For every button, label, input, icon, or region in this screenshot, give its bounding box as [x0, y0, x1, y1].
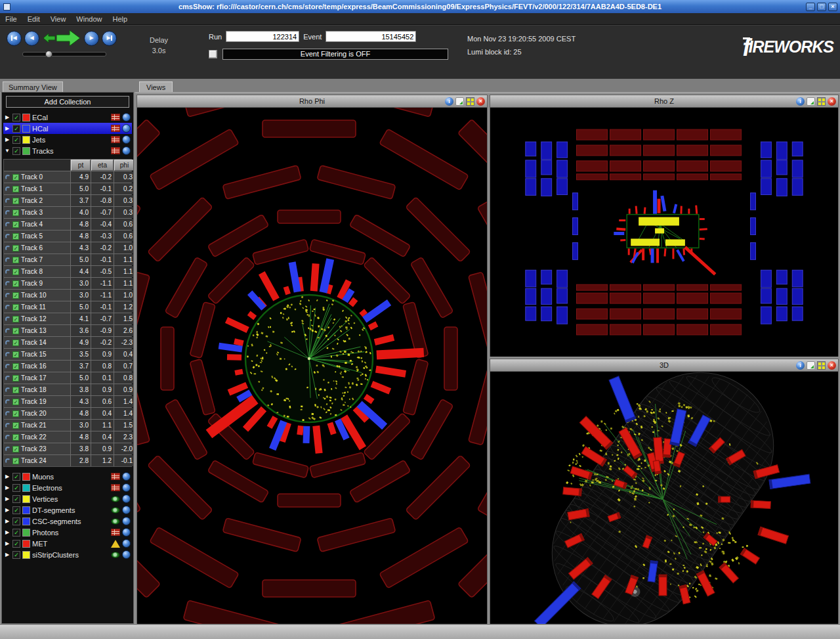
maximize-view-button[interactable]: [817, 97, 826, 106]
tab-views[interactable]: Views: [139, 81, 173, 92]
expand-arrow-icon[interactable]: ▶: [4, 496, 10, 502]
undock-button[interactable]: [807, 361, 815, 370]
track-row[interactable]: ✓Track 9: [4, 278, 70, 289]
track-checkbox[interactable]: ✓: [12, 221, 19, 228]
event-slider-handle[interactable]: [45, 51, 52, 58]
info-sphere-icon[interactable]: [122, 517, 131, 525]
event-filtering-button[interactable]: Event Filtering is OFF: [222, 49, 448, 60]
info-sphere-icon[interactable]: [122, 124, 131, 133]
title-bar[interactable]: cmsShow: rfio:///castor/cern.ch/cms/stor…: [0, 0, 840, 13]
eye-icon[interactable]: [111, 552, 120, 558]
track-row[interactable]: ✓Track 24: [4, 455, 70, 466]
track-row[interactable]: ✓Track 22: [4, 431, 70, 443]
collection-row-csc-segments[interactable]: ▶✓CSC-segments: [3, 516, 132, 527]
close-button[interactable]: ×: [828, 3, 837, 11]
column-header-eta[interactable]: eta: [91, 160, 114, 171]
visibility-checkbox[interactable]: ✓: [12, 125, 20, 133]
visibility-checkbox[interactable]: ✓: [12, 518, 20, 525]
expand-arrow-icon[interactable]: ▶: [4, 125, 10, 131]
eye-icon[interactable]: [111, 518, 120, 525]
add-collection-button[interactable]: Add Collection: [6, 96, 129, 108]
visibility-checkbox[interactable]: ✓: [12, 473, 20, 481]
info-sphere-icon[interactable]: [122, 528, 131, 537]
menu-help[interactable]: Help: [107, 13, 133, 24]
table-icon[interactable]: [111, 114, 120, 121]
table-icon[interactable]: [111, 529, 120, 536]
first-event-button[interactable]: ◀: [7, 31, 22, 46]
collection-row-sistripclusters[interactable]: ▶✓siStripClusters: [3, 549, 132, 560]
expand-arrow-icon[interactable]: ▶: [4, 485, 10, 491]
visibility-checkbox[interactable]: ✓: [12, 540, 20, 548]
track-row[interactable]: ✓Track 7: [4, 254, 70, 265]
track-checkbox[interactable]: ✓: [12, 269, 19, 275]
track-checkbox[interactable]: ✓: [12, 233, 19, 240]
info-button[interactable]: i: [796, 97, 805, 106]
info-sphere-icon[interactable]: [122, 135, 131, 144]
close-view-button[interactable]: ×: [476, 97, 485, 106]
track-row[interactable]: ✓Track 3: [4, 207, 70, 218]
last-event-button[interactable]: ▶: [102, 31, 117, 46]
track-row[interactable]: ✓Track 23: [4, 443, 70, 454]
track-row[interactable]: ✓Track 21: [4, 420, 70, 431]
color-swatch[interactable]: [22, 484, 30, 492]
event-filter-checkbox[interactable]: [209, 50, 217, 58]
track-checkbox[interactable]: ✓: [12, 434, 19, 441]
collection-row-hcal[interactable]: ▶✓HCal: [3, 123, 132, 134]
rho-z-canvas[interactable]: [490, 108, 838, 357]
close-view-button[interactable]: ×: [828, 97, 836, 106]
visibility-checkbox[interactable]: ✓: [12, 495, 20, 503]
visibility-checkbox[interactable]: ✓: [12, 147, 20, 155]
expand-arrow-icon[interactable]: ▶: [4, 540, 10, 546]
track-checkbox[interactable]: ✓: [12, 375, 19, 382]
eye-icon[interactable]: [111, 496, 120, 502]
rho-phi-header[interactable]: Rho Phi i ×: [137, 95, 487, 108]
track-checkbox[interactable]: ✓: [12, 399, 19, 405]
track-row[interactable]: ✓Track 10: [4, 290, 70, 301]
track-checkbox[interactable]: ✓: [12, 363, 19, 370]
info-sphere-icon[interactable]: [122, 506, 131, 514]
track-checkbox[interactable]: ✓: [12, 328, 19, 334]
visibility-checkbox[interactable]: ✓: [12, 551, 20, 559]
visibility-checkbox[interactable]: ✓: [12, 506, 20, 514]
collection-row-photons[interactable]: ▶✓Photons: [3, 527, 132, 538]
undock-button[interactable]: [807, 97, 815, 106]
previous-event-button[interactable]: ◀: [24, 31, 39, 46]
info-button[interactable]: i: [796, 361, 805, 370]
visibility-checkbox[interactable]: ✓: [12, 529, 20, 537]
tab-summary-view[interactable]: Summary View: [3, 81, 63, 92]
menu-edit[interactable]: Edit: [22, 13, 45, 24]
track-row[interactable]: ✓Track 4: [4, 219, 70, 230]
track-checkbox[interactable]: ✓: [12, 316, 19, 322]
expand-arrow-icon[interactable]: ▶: [4, 507, 10, 513]
info-sphere-icon[interactable]: [122, 146, 131, 155]
maximize-button[interactable]: □: [817, 3, 826, 11]
track-checkbox[interactable]: ✓: [12, 198, 19, 204]
track-checkbox[interactable]: ✓: [12, 340, 19, 346]
track-checkbox[interactable]: ✓: [12, 280, 19, 287]
collection-row-vertices[interactable]: ▶✓Vertices: [3, 493, 132, 504]
track-row[interactable]: ✓Track 1: [4, 183, 70, 194]
track-row[interactable]: ✓Track 12: [4, 313, 70, 324]
close-view-button[interactable]: ×: [828, 361, 836, 370]
track-checkbox[interactable]: ✓: [12, 186, 19, 192]
expand-arrow-icon[interactable]: ▶: [4, 518, 10, 524]
track-checkbox[interactable]: ✓: [12, 209, 19, 216]
info-sphere-icon[interactable]: [122, 495, 131, 503]
track-row[interactable]: ✓Track 19: [4, 396, 70, 407]
next-event-button[interactable]: ▶: [84, 31, 99, 46]
track-checkbox[interactable]: ✓: [12, 257, 19, 263]
track-checkbox[interactable]: ✓: [12, 304, 19, 311]
track-checkbox[interactable]: ✓: [12, 292, 19, 299]
info-sphere-icon[interactable]: [122, 472, 131, 481]
undock-button[interactable]: [455, 97, 464, 106]
track-checkbox[interactable]: ✓: [12, 245, 19, 252]
collection-row-dt-segments[interactable]: ▶✓DT-segments: [3, 504, 132, 516]
color-swatch[interactable]: [22, 518, 30, 525]
rho-z-header[interactable]: Rho Z i ×: [490, 95, 838, 108]
track-checkbox[interactable]: ✓: [12, 446, 19, 452]
visibility-checkbox[interactable]: ✓: [12, 484, 20, 492]
table-icon[interactable]: [111, 473, 120, 480]
track-row[interactable]: ✓Track 5: [4, 231, 70, 242]
color-swatch[interactable]: [22, 540, 30, 548]
color-swatch[interactable]: [22, 114, 30, 121]
